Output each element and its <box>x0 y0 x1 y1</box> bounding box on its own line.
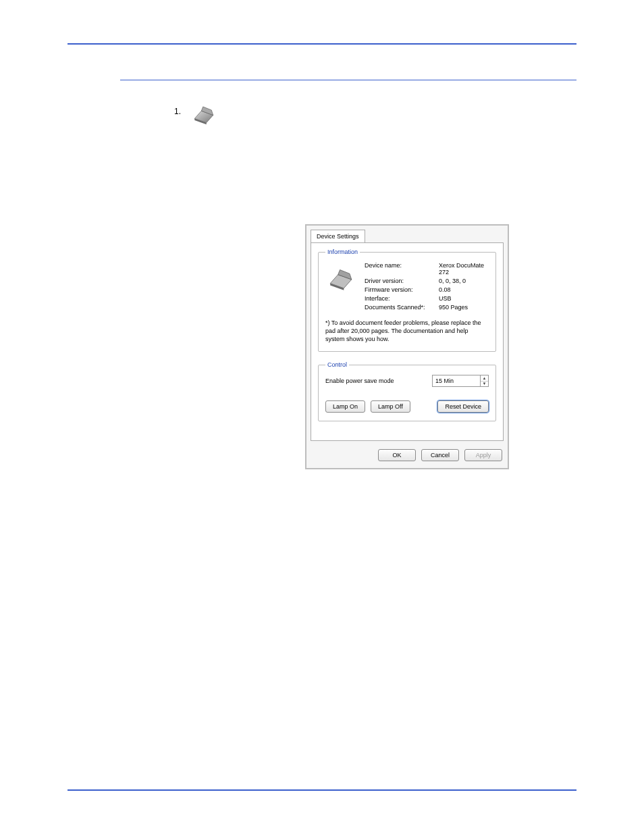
section-rule <box>120 80 576 80</box>
interface-label: Interface: <box>365 295 432 302</box>
power-save-label: Enable power save mode <box>325 377 394 384</box>
dialog-button-row: OK Cancel Apply <box>306 445 508 468</box>
reset-device-button[interactable]: Reset Device <box>437 400 489 413</box>
firmware-version-value: 0.08 <box>439 286 489 293</box>
power-save-input[interactable] <box>433 375 480 386</box>
top-rule <box>68 43 576 45</box>
information-legend: Information <box>325 249 360 255</box>
apply-button[interactable]: Apply <box>464 449 502 461</box>
scanner-icon <box>325 262 356 293</box>
step-1-row: 1. <box>174 100 217 127</box>
pad-replace-note: *) To avoid document feeder problems, pl… <box>325 319 489 343</box>
bottom-rule <box>68 789 576 791</box>
tab-device-settings[interactable]: Device Settings <box>311 230 365 242</box>
cancel-button[interactable]: Cancel <box>421 449 459 461</box>
lamp-on-button[interactable]: Lamp On <box>325 400 365 413</box>
ok-button[interactable]: OK <box>378 449 416 461</box>
lamp-off-button[interactable]: Lamp Off <box>371 400 410 413</box>
step-1-number: 1. <box>174 100 181 118</box>
driver-version-label: Driver version: <box>365 278 432 284</box>
device-settings-dialog: Device Settings Information Device name:… <box>305 224 509 469</box>
scanner-icon <box>190 100 217 127</box>
info-grid: Device name: Xerox DocuMate 272 Driver v… <box>365 262 489 311</box>
docs-scanned-value: 950 Pages <box>439 304 489 311</box>
docs-scanned-label: Documents Scanned*: <box>365 304 432 311</box>
spinner-down-icon[interactable]: ▼ <box>481 382 488 387</box>
power-save-spinner[interactable]: ▲ ▼ <box>432 375 489 387</box>
control-legend: Control <box>325 361 349 368</box>
control-group: Control Enable power save mode ▲ ▼ Lamp … <box>318 361 496 421</box>
information-group: Information Device name: Xerox DocuMate … <box>318 249 496 352</box>
interface-value: USB <box>439 295 489 302</box>
device-name-value: Xerox DocuMate 272 <box>439 262 489 276</box>
firmware-version-label: Firmware version: <box>365 286 432 293</box>
tab-strip: Device Settings <box>306 226 508 242</box>
driver-version-value: 0, 0, 38, 0 <box>439 278 489 284</box>
spinner-up-icon[interactable]: ▲ <box>481 375 488 382</box>
dialog-panel: Information Device name: Xerox DocuMate … <box>311 242 504 441</box>
device-name-label: Device name: <box>365 262 432 276</box>
